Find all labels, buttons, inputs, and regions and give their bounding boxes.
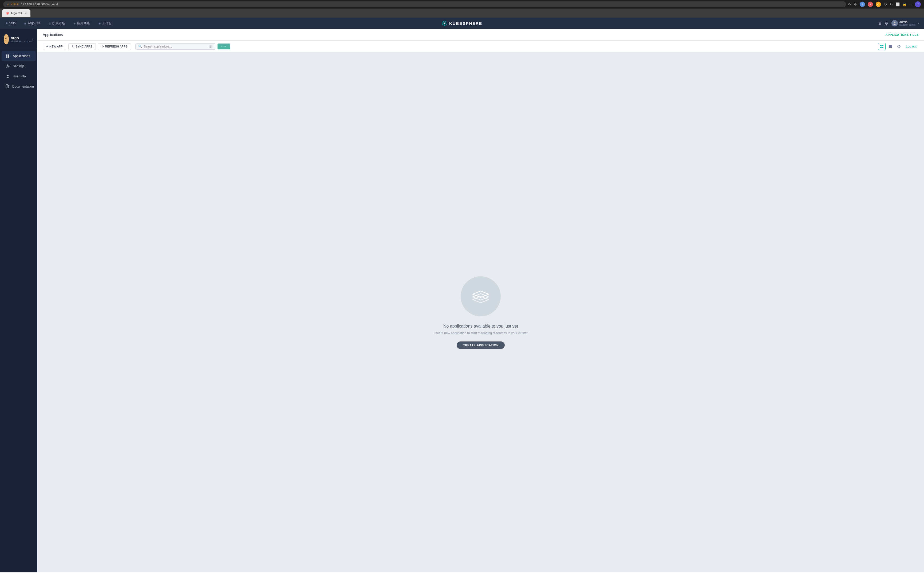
nav-label-argocd: Argo CD [28, 21, 40, 25]
nav-item-market[interactable]: ◎ 扩展市场 [47, 20, 67, 27]
nav-dot-argocd: ◉ [24, 22, 26, 25]
chart-view-button[interactable] [895, 43, 903, 50]
svg-point-4 [5, 37, 7, 40]
nav-dot-workbench: ◉ [99, 22, 101, 25]
search-input[interactable] [144, 45, 207, 48]
search-area: 🔍 / [135, 43, 215, 50]
translate-icon[interactable]: ⟳ [848, 2, 851, 7]
more-icon[interactable]: ··· [909, 2, 912, 7]
sync-apps-label: SYNC APPS [76, 45, 92, 48]
tab-close-icon[interactable]: ✕ [25, 12, 27, 15]
color-icon[interactable]: ◐ [876, 2, 881, 7]
svg-rect-20 [882, 47, 883, 48]
browser-tab-bar: 🐙 Argo CD ✕ [0, 8, 924, 18]
main-layout: argo v99.99.99+unknown ‹ Applications [0, 29, 924, 572]
search-slash-badge: / [209, 45, 213, 48]
sidebar-item-applications[interactable]: Applications [2, 51, 36, 61]
empty-title: No applications available to you just ye… [443, 324, 518, 329]
shield-icon[interactable]: 🛡 [884, 2, 887, 7]
lock-icon[interactable]: 🔒 [903, 2, 907, 7]
filter-button[interactable]: ···· [218, 43, 230, 50]
sidebar-item-settings[interactable]: Settings [2, 61, 36, 71]
svg-rect-21 [889, 45, 892, 46]
warning-label: 不安全 [11, 2, 19, 6]
nav-item-hello[interactable]: hello [4, 20, 17, 26]
sidebar: argo v99.99.99+unknown ‹ Applications [0, 29, 37, 572]
sidebar-label-applications: Applications [13, 54, 30, 58]
content-area: Applications APPLICATIONS TILES + NEW AP… [37, 29, 924, 572]
svg-rect-23 [889, 47, 892, 48]
address-text: 192.168.2.128:8000/argo-cd [21, 3, 58, 6]
nav-label-market: 扩展市场 [52, 21, 65, 26]
window-icon[interactable]: ⬜ [896, 2, 900, 7]
top-navigation: hello ◉ Argo CD ◎ 扩展市场 ◈ 应用商店 ◉ 工作台 KUBE… [0, 18, 924, 29]
content-header: Applications APPLICATIONS TILES [37, 29, 924, 41]
create-application-button[interactable]: CREATE APPLICATION [457, 341, 505, 349]
nav-item-argocd[interactable]: ◉ Argo CD [22, 20, 42, 26]
top-nav-right: ⊞ ⚙ admin platform-admin ▼ [878, 20, 920, 26]
sidebar-item-documentation[interactable]: Documentation [2, 82, 36, 91]
sidebar-app-info: argo v99.99.99+unknown [11, 36, 33, 43]
admin-info: admin platform-admin [899, 20, 916, 26]
nav-dot-hello [6, 22, 7, 24]
person-icon [6, 74, 10, 78]
grid-icon[interactable]: ⊞ [878, 21, 881, 25]
admin-area[interactable]: admin platform-admin ▼ [891, 20, 920, 26]
svg-point-11 [7, 66, 8, 67]
gear-icon [6, 64, 10, 68]
svg-rect-10 [8, 56, 9, 58]
nav-item-appstore[interactable]: ◈ 应用商店 [72, 20, 92, 27]
grid-view-icon [880, 45, 884, 48]
settings-icon[interactable]: ⚙ [854, 2, 857, 7]
sidebar-header: argo v99.99.99+unknown ‹ [0, 31, 37, 49]
sidebar-app-version: v99.99.99+unknown [11, 40, 33, 43]
svg-rect-19 [880, 47, 881, 48]
layers-icon [6, 54, 10, 58]
sidebar-back-button[interactable]: ‹ [32, 37, 34, 41]
view-mode-label: APPLICATIONS TILES [886, 33, 919, 36]
svg-rect-18 [882, 45, 883, 46]
svg-point-3 [894, 21, 896, 23]
sync-apps-button[interactable]: ↻ SYNC APPS [68, 43, 96, 50]
empty-icon-circle [461, 276, 501, 316]
filter-label: ···· [221, 45, 227, 48]
search-icon: 🔍 [138, 45, 142, 48]
sidebar-label-settings: Settings [13, 64, 24, 68]
svg-rect-17 [880, 45, 881, 46]
sync-icon: ↻ [72, 45, 74, 48]
refresh-apps-button[interactable]: ↻ REFRESH APPS [98, 43, 131, 50]
admin-name: admin [899, 20, 916, 23]
doc-icon [5, 84, 10, 89]
user-icon[interactable]: ⤴ [915, 1, 921, 7]
create-application-label: CREATE APPLICATION [462, 344, 498, 347]
nav-label-appstore: 应用商店 [77, 21, 90, 26]
address-bar[interactable]: ⚠ 不安全 192.168.2.128:8000/argo-cd [3, 1, 846, 7]
list-view-icon [888, 45, 892, 48]
list-view-button[interactable] [887, 43, 894, 50]
update-icon[interactable]: ↻ [890, 2, 893, 7]
settings-gear-icon[interactable]: ⚙ [885, 21, 888, 25]
extension-icon[interactable]: ✦ [868, 2, 873, 7]
svg-point-2 [444, 23, 445, 24]
plus-icon: + [46, 45, 48, 48]
new-app-button[interactable]: + NEW APP [43, 43, 66, 50]
grid-view-button[interactable] [878, 43, 886, 50]
svg-rect-8 [8, 55, 9, 56]
documentation-icon [5, 84, 10, 89]
view-icons: Log out [878, 43, 919, 50]
browser-icons: ⟳ ⚙ A ✦ ◐ 🛡 ↻ ⬜ 🔒 ··· ⤴ [848, 1, 921, 7]
sidebar-label-documentation: Documentation [12, 84, 34, 88]
admin-avatar-icon [893, 21, 897, 25]
settings-icon [5, 64, 10, 69]
admin-avatar [891, 20, 898, 26]
profile-icon[interactable]: A [860, 2, 865, 7]
chart-view-icon [897, 45, 901, 48]
browser-tab[interactable]: 🐙 Argo CD ✕ [2, 9, 30, 17]
browser-address-bar: ⚠ 不安全 192.168.2.128:8000/argo-cd ⟳ ⚙ A ✦… [0, 0, 924, 8]
sidebar-item-userinfo[interactable]: User Info [2, 71, 36, 81]
nav-item-workbench[interactable]: ◉ 工作台 [97, 20, 114, 27]
refresh-icon: ↻ [101, 45, 104, 48]
top-nav-left: hello ◉ Argo CD ◎ 扩展市场 ◈ 应用商店 ◉ 工作台 [4, 20, 878, 27]
logout-button[interactable]: Log out [904, 43, 919, 50]
nav-label-hello: hello [9, 21, 15, 25]
